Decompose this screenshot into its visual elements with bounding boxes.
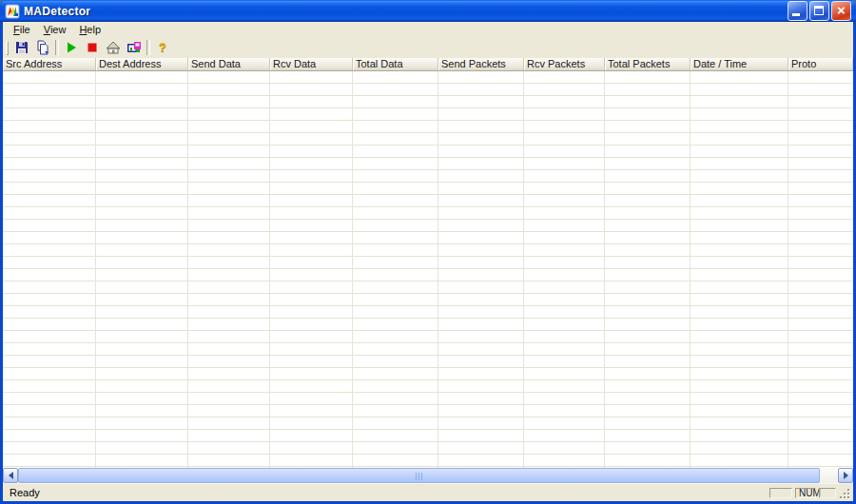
column-gridline: [187, 71, 188, 468]
status-indicator-empty: [819, 488, 836, 498]
scroll-right-icon: [844, 472, 848, 479]
menu-help[interactable]: Help: [72, 24, 107, 36]
column-header-send-data[interactable]: Send Data: [188, 58, 270, 70]
copy-icon: [35, 40, 50, 55]
column-gridline: [523, 71, 524, 468]
column-gridline: [352, 71, 353, 468]
toolbar-separator: [55, 40, 59, 55]
table-header: Src AddressDest AddressSend DataRcv Data…: [3, 58, 853, 71]
help-icon: ?: [159, 40, 166, 55]
column-header-proto[interactable]: Proto: [788, 58, 853, 70]
status-bar: Ready NUM: [3, 483, 853, 501]
toolbar: ?: [3, 37, 853, 58]
client-area: FileViewHelp: [3, 22, 853, 501]
save-icon: [14, 40, 29, 55]
status-message: Ready: [5, 487, 767, 498]
column-gridline: [95, 71, 96, 468]
column-gridline: [788, 71, 788, 468]
resize-grip[interactable]: [839, 488, 851, 500]
toolbar-separator: [146, 40, 150, 55]
chart-button[interactable]: [124, 38, 145, 57]
app-window: MADetector × FileViewHelp: [0, 0, 856, 504]
column-header-rcv-data[interactable]: Rcv Data: [270, 58, 353, 70]
status-indicator-num: NUM: [795, 488, 816, 498]
menu-view[interactable]: View: [37, 24, 73, 36]
close-icon: ×: [832, 2, 850, 20]
column-header-src-address[interactable]: Src Address: [3, 58, 96, 70]
column-header-total-data[interactable]: Total Data: [353, 58, 438, 70]
stop-button[interactable]: [82, 38, 103, 57]
column-header-rcv-packets[interactable]: Rcv Packets: [524, 58, 605, 70]
home-icon: [106, 40, 121, 55]
menu-bar: FileViewHelp: [3, 22, 853, 37]
window-title: MADetector: [24, 5, 788, 18]
scroll-left-icon: [9, 472, 13, 479]
chart-icon: [126, 40, 142, 55]
minimize-button[interactable]: [788, 1, 807, 21]
start-icon: [64, 40, 79, 55]
column-header-send-packets[interactable]: Send Packets: [438, 58, 524, 70]
column-header-date-time[interactable]: Date / Time: [691, 58, 788, 70]
column-gridline: [269, 71, 270, 468]
maximize-icon: [814, 6, 824, 15]
horizontal-scrollbar: [3, 468, 853, 483]
column-header-total-packets[interactable]: Total Packets: [605, 58, 691, 70]
home-button[interactable]: [103, 38, 124, 57]
help-button[interactable]: ?: [152, 38, 173, 57]
scroll-thumb[interactable]: [18, 468, 820, 483]
titlebar[interactable]: MADetector ×: [0, 0, 856, 22]
menu-file[interactable]: File: [7, 24, 37, 36]
save-button[interactable]: [11, 38, 32, 57]
copy-button[interactable]: [32, 38, 53, 57]
window-controls: ×: [788, 1, 851, 21]
column-header-dest-address[interactable]: Dest Address: [96, 58, 188, 70]
toolbar-gripper[interactable]: [6, 41, 9, 55]
status-indicator-empty: [769, 488, 792, 498]
list-body[interactable]: [3, 71, 853, 468]
maximize-button[interactable]: [809, 1, 829, 21]
column-gridline: [604, 71, 605, 468]
minimize-icon: [792, 13, 800, 16]
app-icon: [5, 4, 20, 19]
stop-icon: [85, 40, 100, 55]
scroll-track[interactable]: [18, 468, 838, 483]
scroll-left-button[interactable]: [3, 468, 18, 483]
scroll-right-button[interactable]: [838, 468, 853, 483]
column-gridline: [438, 71, 438, 468]
close-button[interactable]: ×: [831, 1, 851, 21]
start-button[interactable]: [61, 38, 82, 57]
column-gridline: [690, 71, 691, 468]
